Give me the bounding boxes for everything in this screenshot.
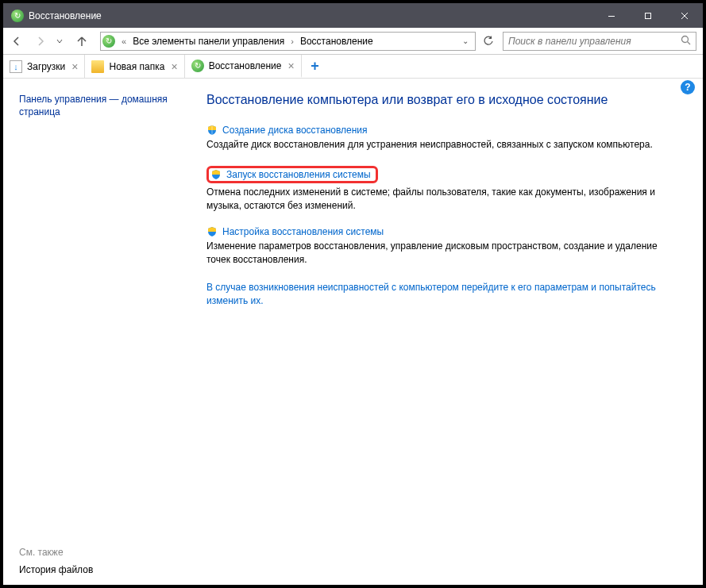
address-icon <box>102 35 115 48</box>
item-configure-system-restore: Настройка восстановления системы Изменен… <box>206 226 674 267</box>
downloads-icon <box>10 60 22 73</box>
folder-icon <box>91 60 104 73</box>
svg-rect-1 <box>646 13 651 18</box>
highlight-annotation: Запуск восстановления системы <box>206 166 378 183</box>
sidebar-bottom: См. также История файлов <box>19 547 93 575</box>
recovery-icon <box>191 60 204 72</box>
item-desc: Создайте диск восстановления для устране… <box>206 138 674 152</box>
page-heading: Восстановление компьютера или возврат ег… <box>206 93 674 107</box>
toolbar: « Все элементы панели управления › Восст… <box>3 28 703 55</box>
refresh-button[interactable] <box>479 32 498 51</box>
address-dropdown[interactable]: ⌄ <box>457 37 473 45</box>
up-button[interactable] <box>71 31 92 52</box>
footer-settings-link[interactable]: В случае возникновения неисправностей с … <box>206 281 674 308</box>
svg-line-5 <box>688 41 691 44</box>
svg-point-4 <box>682 36 689 42</box>
item-desc: Отмена последних изменений в системе; фа… <box>206 186 674 213</box>
window-title: Восстановление <box>29 10 593 21</box>
close-icon[interactable]: × <box>71 60 78 73</box>
tab-label: Восстановление <box>209 60 282 71</box>
help-icon[interactable]: ? <box>681 80 695 94</box>
titlebar: Восстановление <box>3 3 703 28</box>
new-tab-button[interactable]: + <box>302 55 329 78</box>
item-start-system-restore: Запуск восстановления системы Отмена пос… <box>206 166 674 213</box>
chevron-right-icon: › <box>291 37 294 46</box>
item-create-recovery-disk: Создание диска восстановления Создайте д… <box>206 125 674 152</box>
forward-button[interactable] <box>30 31 51 52</box>
window-controls <box>593 3 703 28</box>
shield-icon <box>210 169 222 180</box>
tab-label: Новая папка <box>109 61 164 72</box>
chevron-left-icon: « <box>122 37 126 46</box>
tab-label: Загрузки <box>27 61 65 72</box>
sidebar: Панель управления — домашняя страница См… <box>3 79 178 585</box>
sidebar-home-link[interactable]: Панель управления — домашняя страница <box>19 93 168 118</box>
content: Панель управления — домашняя страница См… <box>3 79 703 585</box>
maximize-button[interactable] <box>630 3 666 28</box>
create-recovery-disk-link[interactable]: Создание диска восстановления <box>222 125 368 136</box>
file-history-link[interactable]: История файлов <box>19 564 93 575</box>
item-desc: Изменение параметров восстановления, упр… <box>206 240 674 267</box>
close-icon[interactable]: × <box>171 60 177 73</box>
shield-icon <box>206 125 218 136</box>
close-button[interactable] <box>666 3 703 28</box>
close-icon[interactable]: × <box>287 60 294 72</box>
tab-new-folder[interactable]: Новая папка × <box>85 55 184 78</box>
recent-dropdown[interactable] <box>54 31 65 52</box>
see-also-label: См. также <box>19 547 93 558</box>
search-input[interactable] <box>508 36 681 47</box>
recovery-icon <box>11 10 24 22</box>
address-bar[interactable]: « Все элементы панели управления › Восст… <box>100 32 476 51</box>
shield-icon <box>206 226 218 237</box>
breadcrumb-seg-1[interactable]: Все элементы панели управления <box>133 36 284 47</box>
tab-downloads[interactable]: Загрузки × <box>3 55 85 78</box>
search-icon[interactable] <box>681 35 691 48</box>
configure-system-restore-link[interactable]: Настройка восстановления системы <box>222 226 384 237</box>
window: Восстановление « Все <box>0 0 706 588</box>
search-box[interactable] <box>503 32 696 51</box>
tab-recovery[interactable]: Восстановление × <box>185 55 302 78</box>
main-panel: ? Восстановление компьютера или возврат … <box>178 79 703 585</box>
breadcrumb-seg-2[interactable]: Восстановление <box>300 36 373 47</box>
back-button[interactable] <box>6 31 27 52</box>
start-system-restore-link[interactable]: Запуск восстановления системы <box>226 169 371 180</box>
tabstrip: Загрузки × Новая папка × Восстановление … <box>3 55 703 79</box>
minimize-button[interactable] <box>593 3 630 28</box>
